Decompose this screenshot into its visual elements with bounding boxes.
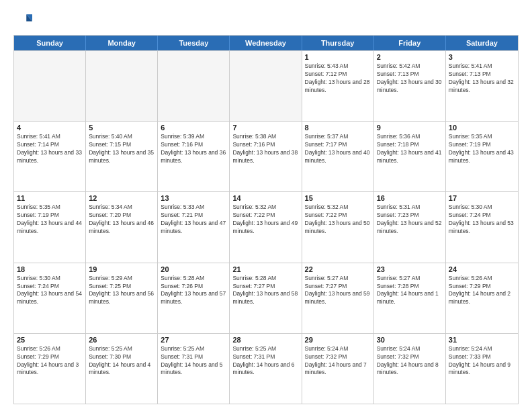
cell-detail: Sunrise: 5:33 AMSunset: 7:21 PMDaylight:… — [161, 203, 226, 236]
day-number: 16 — [377, 194, 443, 202]
cell-detail: Sunrise: 5:25 AMSunset: 7:31 PMDaylight:… — [161, 345, 226, 377]
cell-detail: Sunrise: 5:41 AMSunset: 7:13 PMDaylight:… — [449, 62, 515, 95]
calendar-cell-7: 7Sunrise: 5:38 AMSunset: 7:16 PMDaylight… — [230, 122, 302, 191]
cell-detail: Sunrise: 5:27 AMSunset: 7:27 PMDaylight:… — [305, 275, 371, 307]
day-number: 28 — [232, 336, 298, 344]
day-number: 26 — [89, 336, 154, 344]
cell-detail: Sunrise: 5:38 AMSunset: 7:16 PMDaylight:… — [232, 133, 298, 165]
cell-detail: Sunrise: 5:35 AMSunset: 7:19 PMDaylight:… — [17, 203, 83, 236]
day-number: 6 — [161, 124, 226, 132]
cell-detail: Sunrise: 5:29 AMSunset: 7:25 PMDaylight:… — [89, 275, 154, 307]
calendar-cell-9: 9Sunrise: 5:36 AMSunset: 7:18 PMDaylight… — [374, 122, 446, 191]
calendar-cell-30: 30Sunrise: 5:24 AMSunset: 7:32 PMDayligh… — [374, 334, 446, 404]
day-number: 9 — [377, 124, 443, 132]
cell-detail: Sunrise: 5:30 AMSunset: 7:24 PMDaylight:… — [449, 203, 515, 236]
calendar-week-3: 18Sunrise: 5:30 AMSunset: 7:24 PMDayligh… — [14, 263, 518, 333]
cell-detail: Sunrise: 5:40 AMSunset: 7:15 PMDaylight:… — [89, 133, 154, 165]
cell-detail: Sunrise: 5:24 AMSunset: 7:33 PMDaylight:… — [449, 345, 515, 377]
cell-detail: Sunrise: 5:24 AMSunset: 7:32 PMDaylight:… — [305, 345, 371, 377]
cell-detail: Sunrise: 5:26 AMSunset: 7:29 PMDaylight:… — [449, 275, 515, 307]
day-number: 15 — [305, 194, 371, 202]
cell-detail: Sunrise: 5:42 AMSunset: 7:13 PMDaylight:… — [377, 62, 443, 95]
day-number: 19 — [89, 265, 154, 273]
day-number: 2 — [377, 53, 443, 61]
calendar-cell-14: 14Sunrise: 5:32 AMSunset: 7:22 PMDayligh… — [230, 192, 302, 262]
calendar-cell-29: 29Sunrise: 5:24 AMSunset: 7:32 PMDayligh… — [302, 334, 374, 404]
calendar-week-2: 11Sunrise: 5:35 AMSunset: 7:19 PMDayligh… — [14, 191, 518, 262]
header — [13, 11, 519, 30]
cell-detail: Sunrise: 5:35 AMSunset: 7:19 PMDaylight:… — [449, 133, 515, 165]
day-number: 31 — [449, 336, 515, 344]
calendar-cell-empty — [14, 51, 86, 121]
cell-detail: Sunrise: 5:39 AMSunset: 7:16 PMDaylight:… — [161, 133, 226, 165]
calendar-cell-empty — [86, 51, 158, 121]
day-number: 17 — [449, 194, 515, 202]
calendar-cell-17: 17Sunrise: 5:30 AMSunset: 7:24 PMDayligh… — [446, 192, 518, 262]
calendar-cell-22: 22Sunrise: 5:27 AMSunset: 7:27 PMDayligh… — [302, 263, 374, 333]
day-number: 14 — [232, 194, 298, 202]
header-day-friday: Friday — [374, 36, 446, 50]
header-day-tuesday: Tuesday — [158, 36, 230, 50]
page: SundayMondayTuesdayWednesdayThursdayFrid… — [0, 0, 532, 411]
cell-detail: Sunrise: 5:25 AMSunset: 7:31 PMDaylight:… — [232, 345, 298, 377]
calendar-cell-6: 6Sunrise: 5:39 AMSunset: 7:16 PMDaylight… — [158, 122, 230, 191]
cell-detail: Sunrise: 5:31 AMSunset: 7:23 PMDaylight:… — [377, 203, 443, 236]
calendar-cell-31: 31Sunrise: 5:24 AMSunset: 7:33 PMDayligh… — [446, 334, 518, 404]
day-number: 27 — [161, 336, 226, 344]
calendar-cell-13: 13Sunrise: 5:33 AMSunset: 7:21 PMDayligh… — [158, 192, 230, 262]
calendar-cell-5: 5Sunrise: 5:40 AMSunset: 7:15 PMDaylight… — [86, 122, 158, 191]
calendar-cell-12: 12Sunrise: 5:34 AMSunset: 7:20 PMDayligh… — [86, 192, 158, 262]
logo — [13, 11, 35, 30]
calendar-cell-21: 21Sunrise: 5:28 AMSunset: 7:27 PMDayligh… — [230, 263, 302, 333]
cell-detail: Sunrise: 5:36 AMSunset: 7:18 PMDaylight:… — [377, 133, 443, 165]
calendar-body: 1Sunrise: 5:43 AMSunset: 7:12 PMDaylight… — [14, 50, 518, 404]
calendar-cell-25: 25Sunrise: 5:26 AMSunset: 7:29 PMDayligh… — [14, 334, 86, 404]
day-number: 25 — [17, 336, 83, 344]
day-number: 22 — [305, 265, 371, 273]
cell-detail: Sunrise: 5:24 AMSunset: 7:32 PMDaylight:… — [377, 345, 443, 377]
day-number: 30 — [377, 336, 443, 344]
header-day-thursday: Thursday — [302, 36, 374, 50]
calendar-cell-24: 24Sunrise: 5:26 AMSunset: 7:29 PMDayligh… — [446, 263, 518, 333]
calendar-cell-19: 19Sunrise: 5:29 AMSunset: 7:25 PMDayligh… — [86, 263, 158, 333]
calendar-cell-23: 23Sunrise: 5:27 AMSunset: 7:28 PMDayligh… — [374, 263, 446, 333]
calendar: SundayMondayTuesdayWednesdayThursdayFrid… — [13, 35, 519, 404]
cell-detail: Sunrise: 5:28 AMSunset: 7:27 PMDaylight:… — [232, 275, 298, 307]
day-number: 10 — [449, 124, 515, 132]
calendar-week-0: 1Sunrise: 5:43 AMSunset: 7:12 PMDaylight… — [14, 50, 518, 121]
calendar-cell-16: 16Sunrise: 5:31 AMSunset: 7:23 PMDayligh… — [374, 192, 446, 262]
calendar-cell-4: 4Sunrise: 5:41 AMSunset: 7:14 PMDaylight… — [14, 122, 86, 191]
calendar-week-1: 4Sunrise: 5:41 AMSunset: 7:14 PMDaylight… — [14, 121, 518, 191]
header-day-wednesday: Wednesday — [230, 36, 302, 50]
day-number: 3 — [449, 53, 515, 61]
calendar-cell-28: 28Sunrise: 5:25 AMSunset: 7:31 PMDayligh… — [230, 334, 302, 404]
day-number: 8 — [305, 124, 371, 132]
calendar-cell-18: 18Sunrise: 5:30 AMSunset: 7:24 PMDayligh… — [14, 263, 86, 333]
cell-detail: Sunrise: 5:25 AMSunset: 7:30 PMDaylight:… — [89, 345, 154, 377]
calendar-cell-11: 11Sunrise: 5:35 AMSunset: 7:19 PMDayligh… — [14, 192, 86, 262]
calendar-cell-27: 27Sunrise: 5:25 AMSunset: 7:31 PMDayligh… — [158, 334, 230, 404]
calendar-cell-20: 20Sunrise: 5:28 AMSunset: 7:26 PMDayligh… — [158, 263, 230, 333]
calendar-cell-15: 15Sunrise: 5:32 AMSunset: 7:22 PMDayligh… — [302, 192, 374, 262]
cell-detail: Sunrise: 5:27 AMSunset: 7:28 PMDaylight:… — [377, 275, 443, 307]
day-number: 24 — [449, 265, 515, 273]
day-number: 1 — [305, 53, 371, 61]
day-number: 12 — [89, 194, 154, 202]
day-number: 11 — [17, 194, 83, 202]
calendar-cell-1: 1Sunrise: 5:43 AMSunset: 7:12 PMDaylight… — [302, 51, 374, 121]
cell-detail: Sunrise: 5:32 AMSunset: 7:22 PMDaylight:… — [305, 203, 371, 236]
cell-detail: Sunrise: 5:43 AMSunset: 7:12 PMDaylight:… — [305, 62, 371, 95]
day-number: 21 — [232, 265, 298, 273]
header-day-sunday: Sunday — [14, 36, 86, 50]
calendar-cell-2: 2Sunrise: 5:42 AMSunset: 7:13 PMDaylight… — [374, 51, 446, 121]
calendar-cell-empty — [230, 51, 302, 121]
cell-detail: Sunrise: 5:30 AMSunset: 7:24 PMDaylight:… — [17, 275, 83, 307]
logo-icon — [13, 11, 32, 30]
calendar-header: SundayMondayTuesdayWednesdayThursdayFrid… — [14, 36, 518, 50]
cell-detail: Sunrise: 5:28 AMSunset: 7:26 PMDaylight:… — [161, 275, 226, 307]
day-number: 18 — [17, 265, 83, 273]
calendar-cell-3: 3Sunrise: 5:41 AMSunset: 7:13 PMDaylight… — [446, 51, 518, 121]
calendar-cell-empty — [158, 51, 230, 121]
day-number: 5 — [89, 124, 154, 132]
cell-detail: Sunrise: 5:41 AMSunset: 7:14 PMDaylight:… — [17, 133, 83, 165]
